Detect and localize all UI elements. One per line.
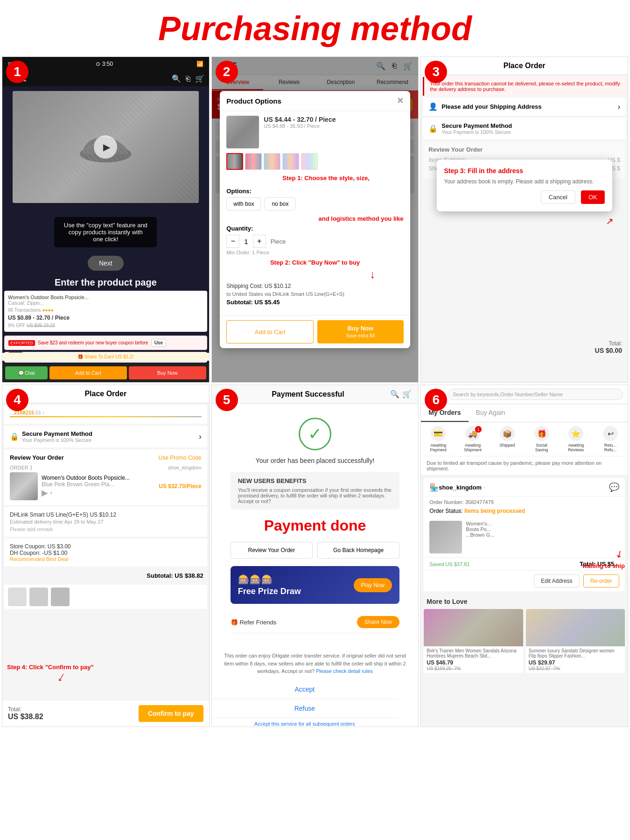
- love-item-1-info: Birk's Trainer Men Women Sandals Arizona…: [424, 646, 523, 673]
- add-shipping-row[interactable]: 👤 Please add your Shipping Address ›: [423, 98, 626, 116]
- buy-again-tab[interactable]: Buy Again: [469, 404, 513, 422]
- step4-annotation: Step 4: Click "Confirm to pay": [7, 664, 94, 671]
- add-to-cart-button[interactable]: Add to Cart: [49, 366, 127, 379]
- slot-icons: 🎰🎰🎰: [238, 574, 301, 585]
- option-with-box[interactable]: with box: [226, 197, 261, 210]
- status-social-saving[interactable]: 🎁 SocialSaving: [525, 426, 559, 452]
- status-awaiting-payment[interactable]: 💳 AwaitingPayment: [421, 426, 455, 452]
- prize-banner[interactable]: 🎰🎰🎰 Free Prize Draw Play Now: [231, 566, 399, 604]
- modal-subtotal: Subtotal: US $5.45: [226, 299, 403, 306]
- total-section: Total: US $0.00: [595, 340, 622, 354]
- play-button[interactable]: [94, 135, 117, 159]
- search-icon-5[interactable]: 🔍: [390, 390, 399, 399]
- order-card: 🏪 shoe_kingdom › 💬 Order Number: 3582477…: [424, 478, 625, 591]
- place-order-header-4: Place Order: [2, 385, 209, 403]
- reorder-button[interactable]: Re-order: [583, 574, 619, 588]
- color-swatch-1[interactable]: [226, 153, 243, 170]
- dialog-buttons: Cancel OK: [444, 190, 605, 204]
- modal-close-button[interactable]: ✕: [397, 96, 404, 106]
- seller-name[interactable]: shoe_kingdom: [439, 484, 482, 491]
- order-status-line: Order Status: Items being processed: [424, 508, 625, 517]
- best-deal: Recommended Best Deal: [10, 556, 202, 562]
- dialog-ok-button[interactable]: OK: [581, 190, 605, 204]
- review-order-label: Review Your Order: [428, 146, 620, 153]
- success-area: ✓ Your order has been placed successfull…: [212, 404, 419, 647]
- accept-button[interactable]: Accept: [212, 680, 398, 699]
- status-return[interactable]: ↩ Retu...Refu...: [593, 426, 628, 452]
- next-button[interactable]: Next: [88, 256, 124, 271]
- go-homepage-button[interactable]: Go Back Homepage: [317, 542, 399, 559]
- modal-buy-now-button[interactable]: Buy Now Save extra $4: [317, 320, 404, 343]
- product-options-modal: Product Options ✕ US $4.44 - 32.70 / Pie…: [220, 91, 410, 348]
- quantity-label: Quantity:: [226, 225, 403, 232]
- secure-payment-label: Secure Payment Method: [441, 122, 512, 129]
- play-now-button[interactable]: Play Now: [354, 578, 392, 592]
- arrow-icon: ›: [483, 485, 485, 490]
- success-text: Your order has been placed successfully!: [256, 457, 375, 464]
- color-swatch-2[interactable]: [245, 153, 262, 170]
- modal-footer: Add to Cart Buy Now Save extra $4: [220, 315, 410, 348]
- accept-all-label[interactable]: Accept this service for all subsequent o…: [212, 721, 398, 727]
- delivery-time: Estimated delivery time:Apr 29 to May 27: [10, 519, 202, 525]
- color-swatch-3[interactable]: [264, 153, 280, 170]
- search-input[interactable]: Search by keywords,Order Number/Seller N…: [448, 389, 623, 400]
- color-swatch-5[interactable]: [301, 153, 318, 170]
- review-section: Review Your Order Use Promo Code ORDER 1…: [4, 449, 207, 505]
- place-order-header: Place Order: [421, 57, 628, 75]
- order-product-thumbnail: [429, 521, 462, 553]
- promo-code-link[interactable]: Use Promo Code: [159, 455, 202, 461]
- order-product-info: Women's... Boots Po......Brown G...: [466, 521, 619, 553]
- chat-button[interactable]: 💬 Chat: [5, 366, 48, 379]
- social-saving-icon: 🎁: [534, 426, 549, 441]
- color-swatch-4[interactable]: [282, 153, 299, 170]
- status-awaiting-shipment[interactable]: 🚚 1 AwaitingShipment: [455, 426, 490, 452]
- review-order-button[interactable]: Review Your Order: [231, 542, 313, 559]
- buy-now-button[interactable]: Buy Now: [129, 366, 206, 379]
- share-icon[interactable]: ⎗: [186, 75, 190, 83]
- qty-unit: Piece: [271, 238, 286, 245]
- status-shipped[interactable]: 📦 Shipped: [490, 426, 525, 452]
- payment-sub: Your Payment is 100% Secure: [22, 437, 92, 443]
- transfer-text: This order can enjoy DHgate order transf…: [212, 647, 419, 680]
- review-title: Review Your Order: [10, 454, 64, 461]
- lock-icon-4: 🔒: [10, 432, 19, 441]
- orders-tabs: My Orders Buy Again: [421, 404, 628, 422]
- option-no-box[interactable]: no box: [265, 197, 295, 210]
- confirm-to-pay-button[interactable]: Confirm to pay: [139, 705, 203, 722]
- qty-increase-button[interactable]: +: [253, 235, 266, 248]
- refer-text: 🎁 Refer Friends: [231, 619, 276, 626]
- love-item-2[interactable]: Summer luxury Sandals Designer women Fli…: [526, 609, 625, 673]
- secure-payment-row[interactable]: 🔒 Secure Payment Method Your Payment is …: [423, 118, 626, 140]
- dialog-cancel-button[interactable]: Cancel: [541, 190, 575, 204]
- search-icon[interactable]: 🔍: [172, 74, 181, 83]
- love-item-1[interactable]: Birk's Trainer Men Women Sandals Arizona…: [424, 609, 523, 673]
- product-image: [13, 91, 198, 203]
- benefits-title: NEW USERS BENEFITS: [238, 477, 392, 484]
- modal-title: Product Options: [226, 97, 281, 105]
- qty-decrease-button[interactable]: −: [226, 235, 239, 248]
- order-product-row: Women's... Boots Po......Brown G...: [424, 517, 625, 557]
- shipment-badge: 1: [475, 426, 482, 433]
- share-now-button[interactable]: Share Now: [357, 616, 399, 628]
- quantity-row: − 1 + Piece: [226, 235, 403, 248]
- modal-add-to-cart-button[interactable]: Add to Cart: [226, 320, 314, 343]
- bottom-confirm-bar: Total: US $38.82 Confirm to pay: [2, 700, 209, 727]
- cart-icon[interactable]: 🛒: [195, 74, 204, 83]
- awaiting-reviews-icon: ⭐: [568, 426, 583, 441]
- message-icon[interactable]: 💬: [609, 482, 619, 492]
- check-rules-link[interactable]: Please check detail rules: [316, 668, 373, 674]
- step-number-4: 4: [6, 389, 28, 411]
- shipped-icon: 📦: [500, 426, 515, 441]
- edit-address-button[interactable]: Edit Address: [534, 574, 579, 588]
- main-price: US $4.44 - 32.70 / Piece: [264, 116, 336, 123]
- cart-icon-5[interactable]: 🛒: [402, 390, 412, 399]
- payment-header: ← Payment Successful 🔍 🛒: [212, 385, 419, 404]
- order-actions: Edit Address Re-order: [424, 570, 625, 591]
- related-product-2: [29, 588, 48, 606]
- cell-step5: 5 ← Payment Successful 🔍 🛒 ✓ Your order …: [211, 385, 419, 727]
- step-number-1: 1: [6, 61, 28, 83]
- refuse-button[interactable]: Refuse: [212, 699, 398, 718]
- love-item-2-image: [526, 609, 625, 646]
- page-title: Purchasing method: [0, 0, 630, 55]
- status-awaiting-reviews[interactable]: ⭐ AwaitingReviews: [559, 426, 593, 452]
